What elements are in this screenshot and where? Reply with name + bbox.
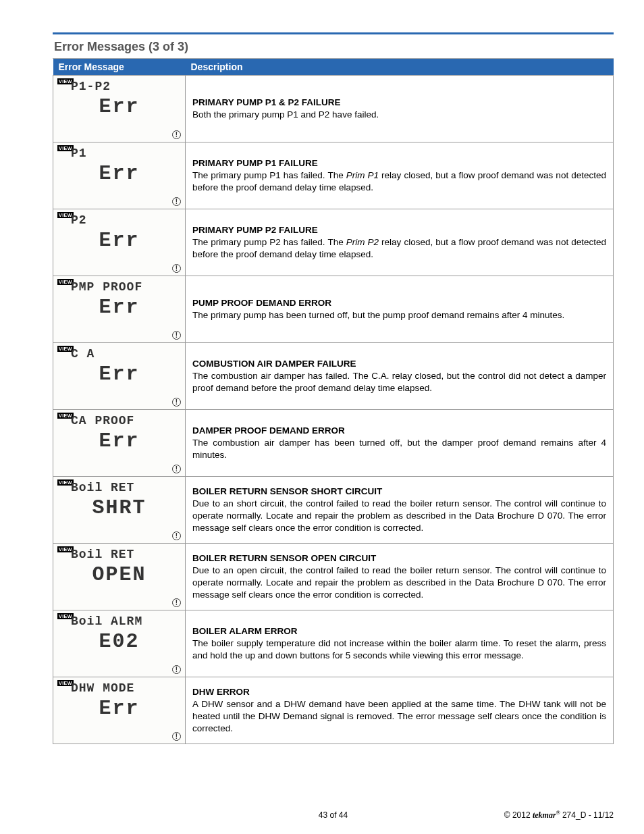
warning-icon: ! (172, 197, 181, 206)
table-row: VIEWP1Err!PRIMARY PUMP P1 FAILUREThe pri… (53, 142, 614, 209)
error-body: A DHW sensor and a DHW demand have been … (192, 698, 606, 735)
lcd-display: VIEWC AErr! (53, 343, 186, 410)
warning-icon: ! (172, 732, 181, 741)
lcd-line1: P2 (71, 212, 181, 228)
description-cell: PUMP PROOF DEMAND ERRORThe primary pump … (186, 276, 614, 343)
table-row: VIEWP1-P2Err!PRIMARY PUMP P1 & P2 FAILUR… (53, 76, 614, 142)
error-title: BOILER ALARM ERROR (192, 625, 606, 637)
lcd-line2: Err (53, 361, 185, 388)
footer: 43 of 44 © 2012 tekmar® 274_D - 11/12 (53, 798, 614, 820)
description-cell: BOILER RETURN SENSOR OPEN CIRCUITDue to … (186, 544, 614, 610)
lcd-line1: CA PROOF (71, 413, 181, 429)
lcd-display: VIEWDHW MODEErr! (53, 677, 186, 744)
error-title: PRIMARY PUMP P1 FAILURE (192, 157, 606, 170)
lcd-line1: C A (71, 346, 181, 362)
lcd-line2: Err (53, 227, 185, 255)
description-cell: PRIMARY PUMP P2 FAILUREThe primary pump … (186, 209, 614, 276)
lcd-line2: Err (53, 294, 185, 321)
error-table: Error Message Description VIEWP1-P2Err!P… (53, 59, 614, 744)
lcd-display: VIEWP2Err! (53, 209, 186, 276)
warning-icon: ! (172, 130, 181, 139)
table-row: VIEWBoil RETOPEN!BOILER RETURN SENSOR OP… (53, 544, 614, 610)
warning-icon: ! (172, 465, 181, 473)
lcd-display: VIEWP1Err! (53, 142, 186, 209)
page-number: 43 of 44 (240, 810, 427, 820)
col-header-error: Error Message (53, 59, 186, 76)
lcd-line1: DHW MODE (71, 680, 181, 696)
lcd-display: VIEWBoil RETSHRT! (53, 477, 186, 544)
description-cell: BOILER ALARM ERRORThe boiler supply temp… (186, 610, 614, 677)
lcd-line2: E02 (53, 628, 185, 656)
footer-right: © 2012 tekmar® 274_D - 11/12 (427, 810, 614, 820)
lcd-display: VIEWBoil RETOPEN! (53, 544, 186, 610)
section-title: Error Messages (3 of 3) (53, 40, 614, 59)
warning-icon: ! (172, 331, 181, 340)
error-title: DAMPER PROOF DEMAND ERROR (192, 425, 606, 437)
top-border (53, 32, 614, 34)
lcd-line2: OPEN (53, 561, 185, 589)
lcd-line1: Boil RET (71, 546, 181, 563)
lcd-line1: Boil ALRM (71, 613, 181, 629)
lcd-display: VIEWBoil ALRME02! (53, 610, 186, 677)
error-body: The combustion air damper has failed. Th… (192, 370, 606, 394)
table-row: VIEWP2Err!PRIMARY PUMP P2 FAILUREThe pri… (53, 209, 614, 276)
error-body: The combustion air damper has been turne… (192, 437, 606, 461)
description-cell: DAMPER PROOF DEMAND ERRORThe combustion … (186, 410, 614, 477)
error-body: Due to an open circuit, the control fail… (192, 565, 606, 602)
table-row: VIEWC AErr!COMBUSTION AIR DAMPER FAILURE… (53, 343, 614, 410)
lcd-line1: Boil RET (71, 479, 181, 496)
lcd-display: VIEWP1-P2Err! (53, 76, 186, 142)
error-body: The primary pump has been turned off, bu… (192, 309, 606, 321)
warning-icon: ! (172, 665, 181, 674)
lcd-line1: P1-P2 (71, 78, 181, 95)
description-cell: PRIMARY PUMP P1 & P2 FAILUREBoth the pri… (186, 76, 614, 142)
table-row: VIEWPMP PROOFErr!PUMP PROOF DEMAND ERROR… (53, 276, 614, 343)
error-title: PRIMARY PUMP P1 & P2 FAILURE (192, 97, 606, 109)
warning-icon: ! (172, 398, 181, 407)
error-title: COMBUSTION AIR DAMPER FAILURE (192, 358, 606, 370)
description-cell: BOILER RETURN SENSOR SHORT CIRCUITDue to… (186, 477, 614, 544)
error-title: DHW ERROR (192, 686, 606, 698)
warning-icon: ! (172, 598, 181, 607)
warning-icon: ! (172, 531, 181, 540)
lcd-line2: Err (53, 427, 185, 455)
description-cell: COMBUSTION AIR DAMPER FAILUREThe combust… (186, 343, 614, 410)
error-title: PRIMARY PUMP P2 FAILURE (192, 224, 606, 236)
table-row: VIEWDHW MODEErr!DHW ERRORA DHW sensor an… (53, 677, 614, 744)
lcd-line2: SHRT (53, 494, 185, 522)
lcd-display: VIEWPMP PROOFErr! (53, 276, 186, 343)
lcd-line1: P1 (71, 145, 181, 161)
error-title: BOILER RETURN SENSOR SHORT CIRCUIT (192, 486, 606, 498)
error-body: The primary pump P1 has failed. The Prim… (192, 170, 606, 194)
error-title: PUMP PROOF DEMAND ERROR (192, 297, 606, 309)
lcd-line2: Err (53, 695, 185, 723)
table-row: VIEWBoil ALRME02!BOILER ALARM ERRORThe b… (53, 610, 614, 677)
error-body: Due to an short circuit, the control fai… (192, 498, 606, 535)
description-cell: DHW ERRORA DHW sensor and a DHW demand h… (186, 677, 614, 744)
col-header-description: Description (186, 59, 614, 76)
lcd-line2: Err (53, 160, 185, 188)
table-row: VIEWCA PROOFErr!DAMPER PROOF DEMAND ERRO… (53, 410, 614, 477)
lcd-line2: Err (53, 93, 185, 121)
error-title: BOILER RETURN SENSOR OPEN CIRCUIT (192, 552, 606, 565)
error-body: Both the primary pump P1 and P2 have fai… (192, 109, 606, 121)
error-body: The primary pump P2 has failed. The Prim… (192, 236, 606, 261)
warning-icon: ! (172, 264, 181, 273)
table-row: VIEWBoil RETSHRT!BOILER RETURN SENSOR SH… (53, 477, 614, 544)
lcd-display: VIEWCA PROOFErr! (53, 410, 186, 477)
error-body: The boiler supply temperature did not in… (192, 637, 606, 662)
description-cell: PRIMARY PUMP P1 FAILUREThe primary pump … (186, 142, 614, 209)
lcd-line1: PMP PROOF (71, 279, 181, 295)
